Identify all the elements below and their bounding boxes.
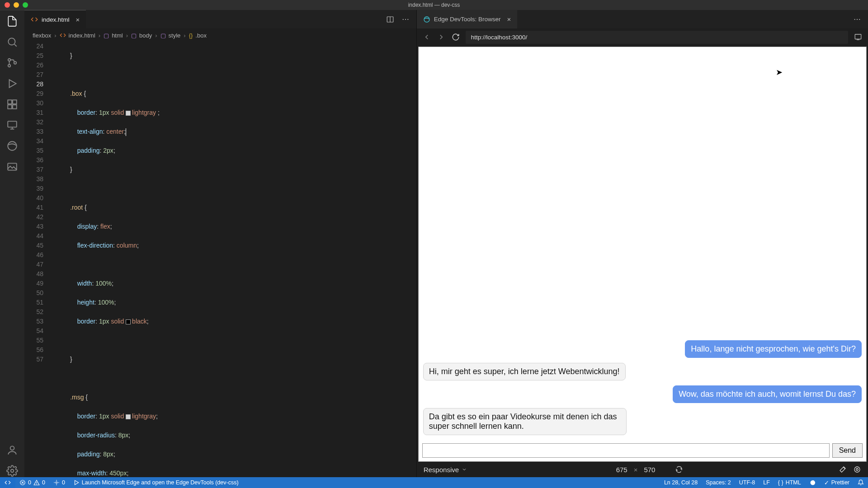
tab-label: Edge DevTools: Browser — [434, 16, 501, 23]
files-icon[interactable] — [6, 15, 19, 28]
ports-button[interactable]: 0 — [49, 477, 69, 488]
svg-point-15 — [10, 446, 14, 450]
dimension-x-icon: × — [634, 466, 638, 474]
editor-tab-bar: index.html × ⋯ — [24, 10, 416, 29]
inspect-icon[interactable] — [854, 33, 863, 42]
account-icon[interactable] — [6, 444, 19, 456]
breadcrumb-html[interactable]: html — [112, 32, 123, 39]
breadcrumbs[interactable]: flexbox › index.html › ▢ html › ▢ body ›… — [24, 29, 416, 42]
close-icon[interactable]: × — [505, 15, 511, 23]
cursor-position[interactable]: Ln 28, Col 28 — [660, 479, 702, 486]
svg-point-4 — [14, 61, 16, 64]
problems-button[interactable]: 0 0 — [15, 477, 49, 488]
chat-area: Hallo, lange nicht gesprochen, wie geht'… — [419, 47, 866, 440]
breadcrumb-file[interactable]: index.html — [69, 32, 95, 39]
svg-point-21 — [854, 467, 860, 472]
status-bar: 0 0 0 Launch Microsoft Edge and open the… — [0, 477, 868, 488]
svg-point-2 — [8, 59, 10, 61]
chat-message-own: Wow, das möchte ich auch, womit lernst D… — [673, 385, 862, 403]
search-icon[interactable] — [6, 36, 19, 48]
device-toolbar: Responsive 675 × 570 — [418, 462, 867, 477]
chat-message-other: Da gibt es so ein paar Videokurse mit de… — [423, 408, 627, 435]
html-file-icon — [31, 16, 38, 23]
run-debug-icon[interactable] — [6, 77, 19, 90]
window-zoom-button[interactable] — [23, 2, 28, 8]
extensions-icon[interactable] — [6, 98, 19, 111]
remote-explorer-icon[interactable] — [6, 119, 19, 131]
tweet-feedback-icon[interactable] — [805, 479, 820, 486]
indentation[interactable]: Spaces: 2 — [702, 479, 735, 486]
svg-point-16 — [11, 469, 14, 473]
braces-icon: {} — [189, 32, 193, 39]
tab-label: index.html — [42, 16, 70, 23]
svg-point-27 — [37, 484, 37, 484]
target-icon[interactable] — [853, 465, 861, 474]
svg-rect-6 — [8, 100, 12, 104]
eol[interactable]: LF — [759, 479, 774, 486]
code-editor[interactable]: 2425262728293031323334353637383940414243… — [24, 42, 416, 477]
viewport-height[interactable]: 570 — [644, 466, 655, 474]
window-minimize-button[interactable] — [14, 2, 19, 8]
svg-rect-7 — [13, 100, 17, 104]
breadcrumb-style[interactable]: style — [169, 32, 181, 39]
cube-icon: ▢ — [104, 32, 109, 39]
encoding[interactable]: UTF-8 — [735, 479, 759, 486]
nav-back-icon[interactable] — [422, 33, 431, 42]
window-title: index.html — dev-css — [408, 2, 460, 8]
send-button[interactable]: Send — [832, 443, 863, 458]
svg-rect-20 — [855, 34, 861, 39]
svg-point-19 — [424, 17, 429, 22]
svg-point-13 — [8, 141, 17, 150]
chat-message-own: Hallo, lange nicht gesprochen, wie geht'… — [685, 340, 862, 358]
tab-edge-devtools[interactable]: Edge DevTools: Browser × — [417, 10, 518, 28]
language-mode[interactable]: { }HTML — [774, 479, 805, 486]
cube-icon: ▢ — [131, 32, 137, 39]
window-close-button[interactable] — [5, 2, 10, 8]
device-select[interactable]: Responsive — [424, 466, 467, 474]
gear-icon[interactable] — [6, 465, 19, 477]
browser-preview: ➤ Hallo, lange nicht gesprochen, wie geh… — [418, 47, 867, 462]
photos-icon[interactable] — [6, 160, 19, 173]
more-actions-icon[interactable]: ⋯ — [401, 15, 410, 24]
activity-bar — [0, 10, 24, 477]
remote-button[interactable] — [0, 477, 15, 488]
chat-input[interactable] — [422, 443, 830, 458]
launch-edge-button[interactable]: Launch Microsoft Edge and open the Edge … — [69, 477, 243, 488]
html-file-icon — [60, 32, 66, 38]
svg-point-0 — [8, 38, 15, 45]
svg-point-3 — [8, 65, 10, 67]
svg-rect-10 — [8, 121, 17, 127]
breadcrumb-body[interactable]: body — [139, 32, 152, 39]
url-input[interactable] — [466, 31, 848, 44]
svg-rect-14 — [8, 163, 17, 170]
devtools-tab-bar: Edge DevTools: Browser × ⋯ — [417, 10, 868, 29]
tab-index-html[interactable]: index.html × — [24, 10, 86, 28]
svg-point-28 — [56, 482, 57, 483]
cube-icon: ▢ — [160, 32, 166, 39]
rotate-icon[interactable] — [675, 465, 683, 474]
svg-rect-9 — [13, 105, 17, 109]
svg-line-1 — [14, 44, 17, 47]
prettier-status[interactable]: ✓ Prettier — [820, 479, 854, 486]
wand-icon[interactable] — [839, 465, 847, 474]
viewport-width[interactable]: 675 — [616, 466, 627, 474]
edge-icon — [423, 16, 430, 23]
svg-marker-29 — [75, 480, 78, 484]
svg-point-22 — [856, 469, 859, 471]
reload-icon[interactable] — [451, 33, 460, 42]
split-editor-icon[interactable] — [386, 15, 395, 24]
edge-tools-icon[interactable] — [6, 140, 19, 152]
breadcrumb-folder[interactable]: flexbox — [33, 32, 51, 39]
mac-titlebar: index.html — dev-css — [0, 0, 868, 10]
chat-message-other: Hi, mir geht es super, ich lerne jetzt W… — [423, 363, 626, 380]
svg-rect-8 — [8, 105, 12, 109]
notifications-icon[interactable] — [854, 479, 868, 486]
breadcrumb-rule[interactable]: .box — [195, 32, 207, 39]
nav-forward-icon[interactable] — [437, 33, 446, 42]
source-control-icon[interactable] — [6, 56, 19, 69]
browser-url-bar — [417, 29, 868, 45]
close-icon[interactable]: × — [73, 16, 80, 23]
more-actions-icon[interactable]: ⋯ — [853, 15, 862, 24]
svg-marker-5 — [9, 80, 16, 87]
